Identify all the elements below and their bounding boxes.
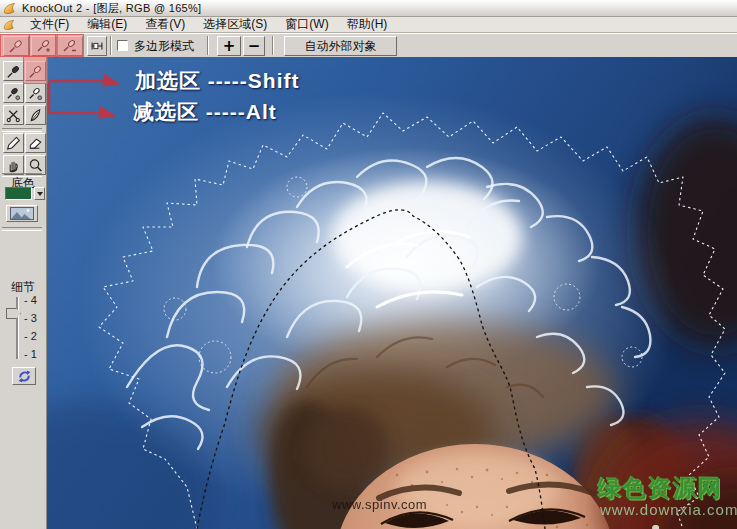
zoom-tool-button[interactable]	[25, 155, 46, 175]
feather-tool-button[interactable]	[25, 105, 46, 125]
zoom-in-button[interactable]: +	[217, 36, 241, 56]
syringe-tool-icon	[7, 37, 25, 55]
slider-tick-2: - 2	[24, 330, 44, 342]
refresh-icon	[16, 369, 33, 384]
menu-bar: 文件(F) 编辑(E) 查看(V) 选择区域(S) 窗口(W) 帮助(H)	[0, 17, 737, 33]
syringe-add-tool-icon	[35, 37, 53, 55]
pushpin-tool-button[interactable]	[87, 36, 107, 56]
document-icon	[3, 19, 15, 31]
inside-object-icon	[5, 63, 22, 80]
menu-view[interactable]: 查看(V)	[136, 17, 194, 32]
watermark-site-url: www.downxia.com	[600, 501, 737, 518]
toolbar-separator	[207, 36, 209, 55]
hand-icon	[5, 157, 22, 174]
annotation-subtract-selection: 减选区 -----Alt	[133, 98, 277, 126]
polygon-mode-label[interactable]: 多边形模式	[134, 38, 194, 55]
detail-slider-track[interactable]	[16, 297, 19, 359]
scissors-icon	[5, 107, 22, 124]
menu-help[interactable]: 帮助(H)	[338, 17, 397, 32]
window-title: KnockOut 2 - [图层, RGB @ 165%]	[22, 1, 201, 16]
outside-object-icon	[27, 63, 44, 80]
eraser-icon	[27, 135, 44, 152]
toolbar-separator	[110, 36, 112, 55]
syringe-subtract-tool-button[interactable]	[57, 36, 83, 56]
auto-outer-object-button[interactable]: 自动外部对象	[284, 36, 397, 56]
base-color-swatch[interactable]	[5, 187, 32, 200]
panel-separator	[2, 128, 42, 132]
feather-icon	[27, 107, 44, 124]
inside-shadow-icon	[5, 85, 22, 102]
title-bar: KnockOut 2 - [图层, RGB @ 165%]	[0, 0, 737, 17]
plus-icon: +	[223, 39, 236, 54]
brush-icon	[5, 135, 22, 152]
refresh-button[interactable]	[12, 367, 36, 385]
zoom-icon	[27, 157, 44, 174]
inside-shadow-tool-button[interactable]	[3, 83, 24, 103]
menu-file[interactable]: 文件(F)	[21, 17, 78, 32]
photo-girl-frizzy-hair	[47, 57, 737, 529]
slider-tick-1: - 1	[24, 348, 44, 360]
panel-separator	[2, 227, 42, 231]
brush-tool-button[interactable]	[3, 133, 24, 153]
tool-panel: 底色 细节 - 4 - 3 - 2 - 1	[0, 57, 47, 529]
image-thumbnail-icon	[10, 207, 34, 220]
toolbar: 多边形模式 + − 自动外部对象	[0, 33, 737, 59]
outside-shadow-icon	[27, 85, 44, 102]
annotation-add-selection: 加选区 -----Shift	[135, 67, 299, 95]
zoom-out-button[interactable]: −	[243, 36, 265, 56]
hand-tool-button[interactable]	[3, 155, 24, 175]
pushpin-tool-icon	[89, 38, 105, 54]
syringe-subtract-tool-icon	[61, 37, 79, 55]
slider-tick-4: - 4	[24, 294, 44, 306]
polygon-mode-checkbox[interactable]	[117, 40, 128, 51]
scissors-tool-button[interactable]	[3, 105, 24, 125]
syringe-add-tool-button[interactable]	[31, 36, 57, 56]
toolbar-separator	[272, 36, 274, 55]
inside-object-tool-button[interactable]	[3, 61, 24, 81]
watermark-site-name: 绿色资源网	[598, 473, 723, 504]
outside-object-tool-button[interactable]	[25, 61, 46, 81]
syringe-tool-button[interactable]	[3, 36, 29, 56]
app-logo-icon	[3, 2, 16, 15]
eraser-tool-button[interactable]	[25, 133, 46, 153]
outside-shadow-tool-button[interactable]	[25, 83, 46, 103]
knockout2-window: { "window": { "title": "KnockOut 2 - [图层…	[0, 0, 737, 529]
minus-icon: −	[248, 39, 261, 54]
image-thumbnail-button[interactable]	[6, 205, 38, 222]
menu-selection[interactable]: 选择区域(S)	[194, 17, 276, 32]
menu-edit[interactable]: 编辑(E)	[78, 17, 136, 32]
image-canvas[interactable]: 加选区 -----Shift 减选区 -----Alt www.spinv.co…	[47, 57, 737, 529]
watermark-center: www.spinv.com	[332, 497, 427, 512]
color-dropdown-button[interactable]	[34, 187, 45, 200]
slider-tick-3: - 3	[24, 312, 44, 324]
menu-window[interactable]: 窗口(W)	[276, 17, 337, 32]
